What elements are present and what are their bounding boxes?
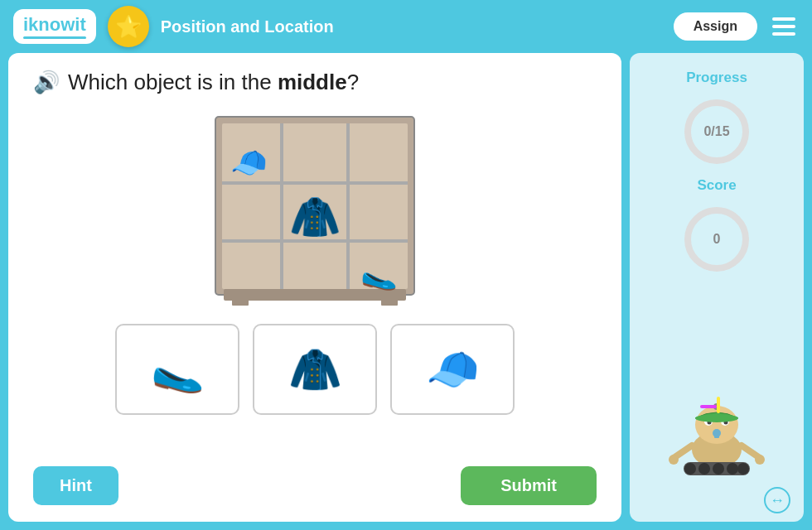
svg-rect-7: [232, 299, 249, 306]
sidebar: Progress 0/15 Score 0: [630, 53, 804, 522]
speaker-icon[interactable]: 🔊: [33, 70, 60, 95]
options-row: 🥿 🧥 🧢: [33, 324, 597, 415]
submit-button[interactable]: Submit: [461, 466, 597, 505]
svg-point-27: [695, 414, 738, 422]
option-cap-emoji: 🧢: [426, 348, 480, 391]
svg-point-19: [737, 463, 749, 475]
option-jacket-emoji: 🧥: [288, 348, 342, 391]
question-text: Which object is in the middle?: [68, 70, 359, 95]
logo-underline: [23, 36, 86, 39]
content-area: 🔊 Which object is in the middle?: [8, 53, 621, 522]
logo: iknowit: [13, 9, 96, 44]
logo-text: iknowit: [23, 14, 86, 35]
main-container: 🔊 Which object is in the middle?: [0, 53, 812, 530]
svg-point-18: [727, 463, 738, 475]
svg-point-33: [669, 455, 679, 465]
menu-button[interactable]: [769, 14, 799, 39]
nav-arrow-row: ↔: [638, 487, 795, 513]
progress-circle: 0/15: [679, 94, 754, 169]
header: iknowit ⭐ Position and Location Assign: [0, 0, 812, 53]
hint-button[interactable]: Hint: [33, 466, 118, 505]
option-boots[interactable]: 🥿: [115, 324, 239, 415]
score-circle: 0: [679, 202, 754, 277]
option-jacket[interactable]: 🧥: [253, 324, 377, 415]
option-cap[interactable]: 🧢: [390, 324, 515, 415]
svg-rect-26: [714, 436, 719, 438]
cubby-svg: 🧢 🧥 🥿: [207, 108, 423, 307]
progress-label: Progress: [686, 70, 747, 86]
svg-point-17: [713, 463, 724, 475]
assign-button[interactable]: Assign: [674, 12, 757, 41]
question-text-after: ?: [347, 70, 359, 94]
option-boots-emoji: 🥿: [151, 348, 205, 391]
svg-rect-6: [224, 289, 406, 301]
nav-arrow-button[interactable]: ↔: [764, 487, 790, 513]
star-icon: ⭐: [108, 6, 149, 47]
score-value: 0: [713, 232, 721, 247]
cubby-boots-item: 🥿: [360, 256, 398, 292]
score-label: Score: [697, 177, 736, 194]
svg-point-34: [755, 455, 765, 465]
mascot-area: [638, 285, 795, 479]
question-bold-word: middle: [278, 70, 347, 94]
bottom-row: Hint Submit: [33, 466, 597, 505]
svg-rect-8: [381, 299, 398, 306]
question-text-before: Which object is in the: [68, 70, 278, 94]
cubby-area: 🧢 🧥 🥿: [33, 108, 597, 307]
question-row: 🔊 Which object is in the middle?: [33, 70, 597, 95]
robot-mascot: [659, 375, 775, 479]
cubby-cap-item: 🧢: [230, 145, 268, 181]
lesson-title: Position and Location: [161, 17, 662, 36]
svg-rect-30: [717, 397, 720, 413]
cubby-jacket-item: 🧥: [289, 192, 341, 242]
svg-point-15: [684, 463, 696, 475]
progress-value: 0/15: [703, 124, 729, 139]
svg-point-16: [698, 463, 710, 475]
svg-rect-29: [700, 405, 717, 408]
